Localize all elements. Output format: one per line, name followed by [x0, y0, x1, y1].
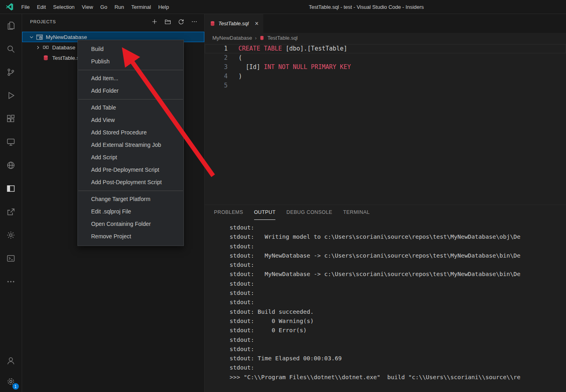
chevron-down-icon[interactable]	[28, 35, 35, 40]
menu-file[interactable]: File	[18, 0, 33, 14]
sidebar-title: PROJECTS	[30, 19, 56, 24]
activity-item-remote-explorer[interactable]	[0, 130, 22, 154]
context-menu-item-add-item[interactable]: Add Item...	[78, 72, 183, 85]
output-line: stdout: MyNewDatabase -> c:\Users\scoria…	[230, 251, 566, 260]
context-menu-item-add-stored-procedure[interactable]: Add Stored Procedure	[78, 126, 183, 139]
open-folder-icon	[165, 18, 171, 25]
panel-tab-debug-console[interactable]: DEBUG CONSOLE	[286, 205, 332, 220]
menu-edit[interactable]: Edit	[33, 0, 49, 14]
breadcrumb: MyNewDatabase › TestTable.sql	[205, 33, 566, 43]
output-line: stdout:	[230, 279, 566, 288]
output-line: stdout:	[230, 242, 566, 251]
account-icon	[6, 356, 15, 365]
context-menu-item-add-post-deployment-script[interactable]: Add Post-Deployment Script	[78, 176, 183, 189]
context-menu-item-edit-sqlproj-file[interactable]: Edit .sqlproj File	[78, 205, 183, 218]
line-number: 3	[205, 63, 228, 72]
context-menu-separator	[78, 99, 183, 100]
panel-tab-output[interactable]: OUTPUT	[254, 205, 276, 220]
search-icon	[6, 45, 15, 53]
code-text: )	[238, 72, 242, 81]
code-text: CREATE TABLE [dbo].[TestTable]	[238, 44, 347, 53]
refresh-button[interactable]	[177, 17, 185, 26]
context-menu-item-publish[interactable]: Publish	[78, 55, 183, 68]
menu-run[interactable]: Run	[111, 0, 128, 14]
code-editor[interactable]: 1CREATE TABLE [dbo].[TestTable]2(3 [Id] …	[205, 43, 566, 205]
panel-tab-terminal[interactable]: TERMINAL	[343, 205, 370, 220]
add-project-button[interactable]	[150, 17, 159, 26]
context-menu-item-build[interactable]: Build	[78, 43, 183, 55]
breadcrumb-project[interactable]: MyNewDatabase	[212, 35, 252, 41]
menu-selection[interactable]: Selection	[49, 0, 78, 14]
code-line: 4)	[205, 72, 566, 81]
activity-item-globe[interactable]	[0, 154, 22, 177]
menu-help[interactable]: Help	[155, 0, 173, 14]
close-tab-icon[interactable]: ×	[255, 20, 259, 27]
sql-file-database-icon	[259, 35, 265, 41]
chevron-separator-icon: ›	[255, 35, 257, 41]
sidebar-actions	[150, 17, 199, 26]
ellipsis-icon	[191, 18, 197, 25]
activity-item-more[interactable]	[0, 270, 22, 293]
activity-item-explorer[interactable]	[0, 14, 22, 37]
context-menu-item-remove-project[interactable]: Remove Project	[78, 230, 183, 243]
output-line: stdout: 0 Error(s)	[230, 326, 566, 335]
panel-tab-problems[interactable]: PROBLEMS	[214, 205, 243, 220]
menu-go[interactable]: Go	[97, 0, 111, 14]
chevron-right-icon[interactable]	[34, 45, 42, 50]
code-line: 3 [Id] INT NOT NULL PRIMARY KEY	[205, 63, 566, 72]
code-line: 5	[205, 81, 566, 90]
refresh-icon	[178, 18, 184, 25]
output-line: stdout: Time Elapsed 00:00:03.69	[230, 354, 566, 363]
menu-terminal[interactable]: Terminal	[128, 0, 155, 14]
explorer-icon	[6, 21, 15, 30]
editor-tab-bar: TestTable.sql ×	[205, 14, 566, 33]
activity-item-extensions[interactable]	[0, 107, 22, 130]
account-button[interactable]	[0, 350, 22, 371]
context-menu-item-add-script[interactable]: Add Script	[78, 151, 183, 164]
menu-view[interactable]: View	[78, 0, 97, 14]
context-menu: BuildPublishAdd Item...Add FolderAdd Tab…	[77, 40, 184, 246]
activity-item-search[interactable]	[0, 37, 22, 61]
output-line: stdout: 0 Warning(s)	[230, 317, 566, 326]
vscode-insiders-logo-icon	[5, 2, 14, 12]
output-line: stdout: MyNewDatabase -> c:\Users\scoria…	[230, 270, 566, 279]
output-content[interactable]: stdout:stdout: Writing model to c:\Users…	[205, 220, 566, 392]
code-line: 1CREATE TABLE [dbo].[TestTable]	[205, 44, 566, 53]
plus-icon	[151, 18, 158, 25]
window-title: TestTable.sql - test - Visual Studio Cod…	[167, 4, 566, 10]
activity-item-source-control[interactable]	[0, 61, 22, 84]
settings-badge: 1	[12, 383, 19, 390]
context-menu-item-change-target-platform[interactable]: Change Target Platform	[78, 193, 183, 205]
context-menu-item-add-folder[interactable]: Add Folder	[78, 85, 183, 97]
breadcrumb-file[interactable]: TestTable.sql	[267, 35, 297, 41]
more-actions-button[interactable]	[190, 17, 199, 26]
editor-tab-testtable-sql[interactable]: TestTable.sql ×	[205, 14, 263, 33]
globe-icon	[6, 161, 15, 170]
context-menu-item-add-external-streaming-job[interactable]: Add External Streaming Job	[78, 139, 183, 151]
context-menu-item-add-pre-deployment-script[interactable]: Add Pre-Deployment Script	[78, 164, 183, 176]
database-projects-icon	[6, 184, 15, 193]
output-line: stdout: Build succeeded.	[230, 307, 566, 317]
activity-bar: 1	[0, 14, 22, 392]
activity-item-share[interactable]	[0, 200, 22, 223]
gear-spokes-icon	[6, 231, 15, 240]
open-project-button[interactable]	[163, 17, 172, 26]
remote-explorer-icon	[6, 138, 15, 146]
settings-button[interactable]: 1	[0, 371, 22, 392]
more-icon	[6, 277, 15, 286]
context-menu-item-open-containing-folder[interactable]: Open Containing Folder	[78, 218, 183, 230]
tab-label: TestTable.sql	[218, 20, 249, 26]
sql-file-database-icon	[210, 20, 216, 26]
title-bar: FileEditSelectionViewGoRunTerminalHelp T…	[0, 0, 566, 14]
activity-item-run-and-debug[interactable]	[0, 84, 22, 107]
output-line: stdout:	[230, 363, 566, 372]
context-menu-item-add-view[interactable]: Add View	[78, 114, 183, 126]
code-text: [Id] INT NOT NULL PRIMARY KEY	[238, 63, 351, 72]
context-menu-item-add-table[interactable]: Add Table	[78, 102, 183, 114]
activity-item-console[interactable]	[0, 247, 22, 270]
code-lines: 1CREATE TABLE [dbo].[TestTable]2(3 [Id] …	[205, 44, 566, 90]
output-line: stdout:	[230, 298, 566, 307]
activity-item-gear-spokes[interactable]	[0, 223, 22, 247]
line-number: 5	[205, 81, 228, 90]
activity-item-database-projects[interactable]	[0, 177, 22, 200]
